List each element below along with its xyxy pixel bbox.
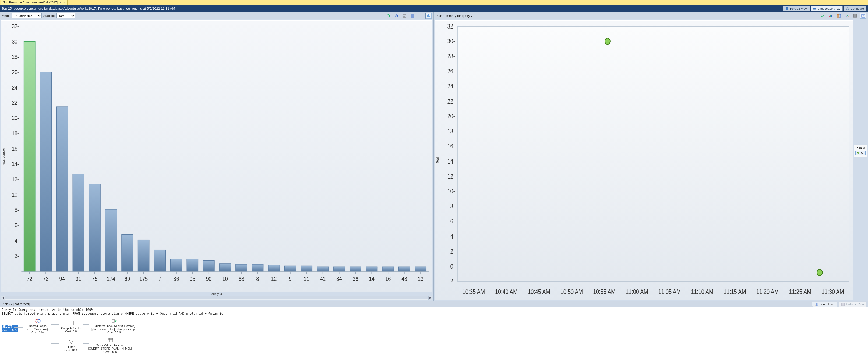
landscape-view-button[interactable]: Landscape View [811,6,843,11]
bar-chart[interactable]: 2-4-6-8-10-12-14-16-18-20-22-24-26-28-30… [6,21,432,292]
plan-chart-type-4-icon[interactable] [844,13,850,19]
svg-rect-72 [252,264,263,271]
svg-rect-96 [382,266,394,271]
svg-text:16-: 16- [447,142,455,150]
svg-text:69: 69 [125,275,130,282]
svg-rect-60 [187,259,198,271]
left-chart-toolbar: Metric Duration (ms) Statistic Total [0,12,433,20]
force-plan-button[interactable]: Force Plan [812,302,837,307]
svg-text:10:40 AM: 10:40 AM [495,288,518,296]
scroll-left-icon[interactable]: ◀ [1,296,5,300]
svg-text:11:05 AM: 11:05 AM [658,288,681,296]
svg-text:43: 43 [401,275,407,282]
svg-rect-8 [419,15,421,17]
grid-format-icon[interactable] [409,13,416,19]
query-text: Query 1: Query cost (relative to the bat… [0,307,868,316]
svg-text:14-: 14- [447,158,455,165]
svg-text:28-: 28- [447,53,455,60]
svg-rect-93 [366,266,377,271]
vertical-chart-icon[interactable] [425,13,432,19]
svg-point-148 [817,269,823,275]
unforce-plan-button: Unforce Plan [839,302,866,307]
svg-text:14-: 14- [12,161,19,167]
pin-icon[interactable]: ⇲ [59,1,61,4]
statistic-dropdown[interactable]: Total [56,13,75,18]
svg-text:12: 12 [271,275,277,282]
scroll-thumb[interactable] [5,296,428,299]
refresh-icon[interactable] [385,13,392,19]
svg-text:10: 10 [222,275,228,282]
track-query-icon[interactable] [393,13,400,19]
scatter-chart[interactable]: -2-0-2-4-6-8-10-12-14-16-18-20-22-24-26-… [440,21,852,300]
legend-item-72[interactable]: 72 [855,151,866,155]
svg-rect-36 [57,106,68,271]
svg-text:26-: 26- [12,69,19,75]
svg-rect-149 [815,303,816,306]
plan-node-select[interactable]: SELECT Cost: 0 % [2,325,18,332]
svg-rect-151 [841,303,842,306]
statistic-label: Statistic [43,14,55,18]
horizontal-chart-icon[interactable] [417,13,424,19]
plan-node-index-seek[interactable]: Clustered Index Seek (Clustered)[plan_pe… [88,318,141,334]
view-query-text-icon[interactable] [401,13,408,19]
svg-text:13: 13 [418,275,424,282]
svg-rect-9 [419,17,422,18]
svg-point-112 [848,16,849,17]
svg-text:11:25 AM: 11:25 AM [789,288,811,296]
portrait-view-button[interactable]: Portrait View [783,6,810,11]
svg-text:22-: 22- [12,99,19,106]
plan-detail-icon[interactable] [860,13,866,19]
report-title-bar: Top 25 resource consumers for database A… [0,5,868,12]
svg-text:9: 9 [289,275,291,282]
svg-rect-99 [399,266,410,271]
svg-rect-75 [268,265,280,271]
plan-node-filter[interactable]: Filter Cost: 10 % [58,339,85,352]
svg-text:32-: 32- [12,23,19,29]
scatter-y-axis-label: Total [435,21,440,300]
document-tab[interactable]: Top Resource Cons...ventureWorks2017] ⇲ … [1,0,67,5]
plan-chart-type-1-icon[interactable] [819,13,826,19]
svg-rect-157 [108,338,113,342]
svg-text:16-: 16- [12,145,19,152]
svg-text:16: 16 [385,275,391,282]
execution-plan-canvas[interactable]: SELECT Cost: 0 % Nested Loops(Left Outer… [0,316,868,362]
svg-text:2-: 2- [450,248,455,255]
plan-node-nested-loops[interactable]: Nested Loops(Left Outer Join) Cost: 3 % [22,318,54,334]
svg-text:2-: 2- [14,252,19,259]
svg-text:86: 86 [173,275,179,282]
svg-rect-116 [457,26,849,282]
svg-text:18-: 18- [12,130,19,137]
svg-text:11:00 AM: 11:00 AM [626,288,648,296]
metric-label: Metric [2,14,10,18]
filter-icon [67,339,75,345]
plan-node-compute-scalar[interactable]: Compute Scalar Cost: 0 % [58,320,85,333]
svg-rect-109 [839,14,841,18]
plan-grid-icon[interactable] [852,13,858,19]
plan-compare-icon[interactable] [836,13,842,19]
svg-rect-30 [24,41,35,271]
svg-text:174: 174 [107,275,115,282]
svg-text:6-: 6- [14,222,19,228]
svg-text:11: 11 [304,275,309,282]
svg-text:6-: 6- [450,218,455,225]
svg-rect-63 [203,261,214,271]
svg-rect-10 [427,15,428,18]
plan-chart-type-2-icon[interactable] [828,13,834,19]
landscape-icon [813,7,816,10]
index-seek-icon [111,318,118,324]
nested-loops-icon [34,318,41,324]
svg-text:68: 68 [239,275,244,282]
svg-text:10-: 10- [12,191,19,198]
bar-chart-scrollbar[interactable]: ◀ ▶ [1,296,432,300]
scroll-right-icon[interactable]: ▶ [428,296,432,300]
plan-node-tvf[interactable]: Table Valued Function[QUERY_STORE_PLAN_I… [88,337,133,353]
svg-point-2 [847,8,848,9]
svg-text:10:55 AM: 10:55 AM [593,288,615,296]
svg-text:24-: 24- [447,83,455,90]
svg-rect-11 [428,14,429,18]
configure-button[interactable]: Configure [843,6,866,11]
tvf-icon [106,337,114,343]
close-icon[interactable]: ✕ [63,1,65,4]
svg-text:-2-: -2- [448,278,455,285]
metric-dropdown[interactable]: Duration (ms) [12,13,42,18]
